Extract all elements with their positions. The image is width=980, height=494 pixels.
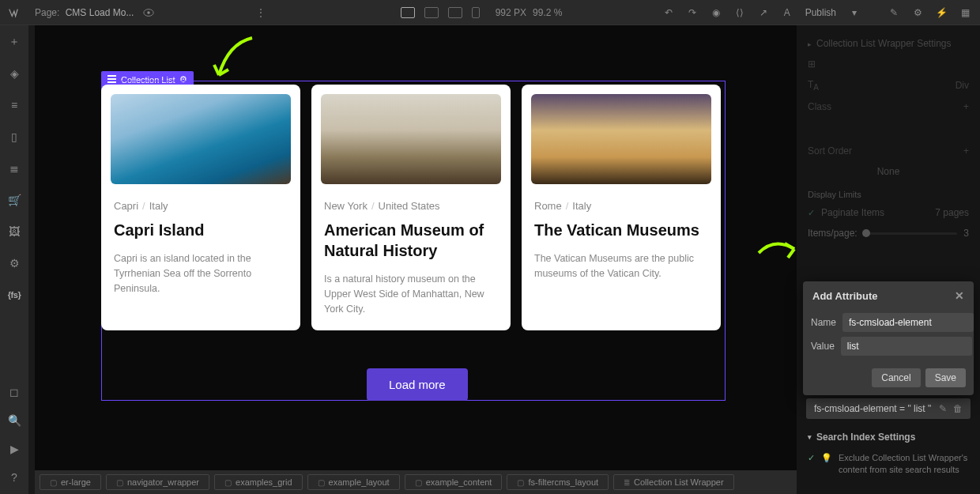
page-label: Page: CMS Load Mo... [35,7,134,18]
interactions-icon[interactable]: ⚡ [936,7,947,18]
canvas[interactable]: Collection List ⚙ Capri/Italy Capri Isla… [35,25,797,470]
audit-icon[interactable]: A [782,7,793,18]
cancel-button[interactable]: Cancel [872,368,920,387]
settings-gear-icon[interactable]: ⚙ [912,7,923,18]
settings-icon[interactable]: ⚙ [7,256,21,270]
canvas-width[interactable]: 992 PX [496,7,526,18]
breadcrumb: ▢er-large ▢navigator_wrapper ▢examples_g… [35,470,797,494]
card-desc: Capri is an island located in the Tyrrhe… [101,240,300,296]
exclude-row[interactable]: ✓ 💡 Exclude Collection List Wrapper's co… [808,447,969,481]
canvas-zoom[interactable]: 99.2 % [533,7,562,18]
breadcrumb-item[interactable]: ≣Collection List Wrapper [613,474,734,490]
device-mobile-icon[interactable] [472,7,480,18]
sort-order-row[interactable]: Sort Order+ [797,141,980,161]
menu-dots-icon[interactable]: ⋮ [255,7,266,18]
undo-icon[interactable]: ↶ [663,7,674,18]
attr-name-input[interactable] [842,313,974,332]
card-desc: The Vatican Museums are the public museu… [522,240,721,281]
annotation-arrow-1 [205,32,260,87]
left-rail: ＋ ◈ ≡ ▯ ≣ 🛒 🖼 ⚙ {fs} ◻ 🔍 ▶ ? [0,25,28,494]
card-image [321,94,501,184]
edit-icon[interactable]: ✎ [939,403,947,414]
cards-row: Capri/Italy Capri Island Capri is an isl… [101,85,721,330]
display-limits-label: Display Limits [797,182,980,202]
breadcrumb-item[interactable]: ▢example_content [405,474,503,490]
sort-none: None [797,161,980,182]
paginate-row[interactable]: ✓ Paginate Items 7 pages [797,202,980,223]
card[interactable]: New York/United States American Museum o… [311,85,511,330]
finsweet-icon[interactable]: {fs} [7,288,21,302]
redo-icon[interactable]: ↷ [687,7,698,18]
card-meta: New York/United States [311,184,511,212]
chevron-down-icon[interactable]: ▾ [849,7,860,18]
class-row[interactable]: Class+ [797,96,980,117]
device-tablet-icon[interactable] [424,7,439,18]
card-meta: Rome/Italy [522,184,721,212]
help-icon[interactable]: ? [7,470,21,485]
delete-icon[interactable]: 🗑 [953,403,963,414]
card-image [531,94,711,184]
comments-icon[interactable]: ◉ [710,7,722,18]
items-per-page-row[interactable]: Items/page: 3 [797,223,980,243]
publish-button[interactable]: Publish [805,7,836,18]
card[interactable]: Capri/Italy Capri Island Capri is an isl… [101,85,300,330]
device-desktop-icon[interactable] [401,7,415,18]
device-tablet-landscape-icon[interactable] [448,7,462,18]
breadcrumb-item[interactable]: ▢navigator_wrapper [106,474,209,490]
attribute-pill[interactable]: fs-cmsload-element = " list " ✎ 🗑 [806,398,971,419]
attr-value-label: Value [811,341,835,352]
load-more-button[interactable]: Load more [367,368,468,401]
card-title: The Vatican Museums [522,212,721,240]
breadcrumb-item[interactable]: ▢fs-filtercms_layout [507,474,609,490]
save-button[interactable]: Save [925,368,966,387]
audit-tool-icon[interactable]: ◻ [7,385,21,399]
breadcrumb-item[interactable]: ▢er-large [40,474,101,490]
page-name[interactable]: CMS Load Mo... [66,7,134,18]
right-panel-bottom: ▾ Search Index Settings ✓ 💡 Exclude Coll… [797,427,980,481]
ecommerce-icon[interactable]: 🛒 [7,193,21,207]
popover-title: Add Attribute [812,290,878,302]
export-icon[interactable]: ↗ [758,7,769,18]
tag-row[interactable]: TADiv [797,74,980,96]
add-attribute-popover: Add Attribute ✕ Name Value Cancel Save [803,281,974,395]
close-icon[interactable]: ✕ [955,289,964,302]
card[interactable]: Rome/Italy The Vatican Museums The Vatic… [522,85,721,330]
brush-icon[interactable]: ✎ [888,7,899,18]
card-title: Capri Island [101,212,300,240]
breadcrumb-item[interactable]: ▢examples_grid [214,474,303,490]
search-icon[interactable]: 🔍 [7,413,21,428]
svg-point-1 [148,11,151,14]
webflow-logo-icon[interactable] [8,7,19,18]
svg-rect-2 [107,75,116,77]
video-icon[interactable]: ▶ [7,442,21,456]
symbols-icon[interactable]: ◈ [7,66,21,81]
assets-icon[interactable]: 🖼 [7,224,21,239]
grid-icon[interactable]: ▦ [959,7,971,18]
card-desc: Is a natural history museum on the Upper… [311,261,511,316]
cms-icon[interactable]: ≣ [7,161,21,175]
card-meta: Capri/Italy [101,184,300,212]
id-row[interactable]: ⊞ [797,54,980,74]
card-title: American Museum of Natural History [311,212,511,261]
top-bar: Page: CMS Load Mo... ⋮ 992 PX 99.2 % ↶ ↷… [0,0,980,25]
search-index-header[interactable]: ▾ Search Index Settings [808,427,969,447]
right-panel: ▸Collection List Wrapper Settings ⊞ TADi… [797,25,980,494]
card-image [111,94,291,184]
add-element-icon[interactable]: ＋ [7,35,21,49]
attr-value-input[interactable] [841,337,972,356]
panel-header: ▸Collection List Wrapper Settings [797,33,980,54]
svg-rect-3 [107,78,116,80]
preview-icon[interactable] [143,7,154,18]
pages-icon[interactable]: ▯ [7,130,21,144]
code-icon[interactable]: ⟨⟩ [734,7,745,18]
breadcrumb-item[interactable]: ▢example_layout [307,474,400,490]
navigator-icon[interactable]: ≡ [7,98,21,112]
attr-name-label: Name [811,317,836,328]
